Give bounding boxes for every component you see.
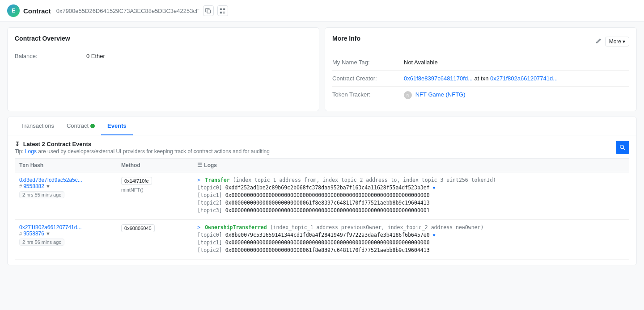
tab-transactions[interactable]: Transactions xyxy=(15,117,60,135)
more-info-actions: More ▾ xyxy=(595,37,629,46)
col-txn-hash: Txn Hash xyxy=(15,159,117,172)
qr-code-button[interactable] xyxy=(217,5,228,16)
events-tab-content: ↧ Latest 2 Contract Events Tip: Logs are… xyxy=(8,135,636,265)
creator-value: 0x61f8e8397c6481170fd... at txn 0x271f80… xyxy=(404,75,558,82)
name-tag-row: My Name Tag: Not Available xyxy=(332,54,629,71)
log-event-line: > OwnershipTransferred (index_topic_1 ad… xyxy=(197,224,625,230)
method-hex-badge: 0x14f710fe xyxy=(121,177,152,185)
col-logs: ☰ Logs xyxy=(193,159,629,172)
balance-value: 0 Ether xyxy=(86,53,105,59)
method-cell-0: 0x14f710femintNFT() xyxy=(117,172,193,220)
logs-list-icon: ☰ xyxy=(197,162,202,168)
svg-rect-5 xyxy=(225,12,225,13)
search-button[interactable] xyxy=(616,141,629,154)
table-row: 0x271f802a661207741d... # 9558876 ▼ 2 hr… xyxy=(15,220,629,260)
edit-button[interactable] xyxy=(595,38,602,46)
method-hex-badge: 0x60806040 xyxy=(121,224,155,232)
log-topic-line: [topic3] 0x00000000000000000000000000000… xyxy=(197,207,625,214)
block-link[interactable]: 9558882 xyxy=(23,183,44,189)
timestamp: 2 hrs 56 mins ago xyxy=(19,239,64,246)
creator-label: Contract Creator: xyxy=(332,75,404,82)
token-tracker-value: N NFT-Game (NFTG) xyxy=(404,91,466,99)
events-header: ↧ Latest 2 Contract Events Tip: Logs are… xyxy=(15,141,629,155)
log-topic-line: [topic1] 0x00000000000000000000000000000… xyxy=(197,192,625,198)
method-name: mintNFT() xyxy=(121,187,144,193)
svg-point-8 xyxy=(620,145,624,149)
contract-overview-title: Contract Overview xyxy=(15,35,312,42)
contract-label: Contract xyxy=(23,7,51,15)
tabs-section: Transactions Contract Events ↧ Latest 2 … xyxy=(7,117,637,265)
log-topic-line: [topic1] 0x00000000000000000000000000000… xyxy=(197,239,625,246)
svg-rect-1 xyxy=(220,8,222,10)
logs-link[interactable]: Logs xyxy=(25,148,37,155)
log-event-params: (index_topic_1 address previousOwner, in… xyxy=(270,224,484,230)
svg-rect-3 xyxy=(220,12,222,13)
svg-rect-6 xyxy=(223,13,224,13)
filter-icon[interactable]: ▼ xyxy=(433,185,436,190)
log-event-line: > Transfer (index_topic_1 address from, … xyxy=(197,177,625,183)
log-topic-line: [topic0] 0x8be0079c531659141344cd1fd0a4f… xyxy=(197,232,625,238)
search-icon xyxy=(619,144,626,151)
tab-events[interactable]: Events xyxy=(101,117,133,135)
block-link[interactable]: 9558876 xyxy=(23,230,44,237)
name-tag-value: Not Available xyxy=(404,59,438,66)
events-table: Txn Hash Method ☰ Logs 0xf3ed73e7fcd9ac5… xyxy=(15,158,629,260)
events-title-text: Latest 2 Contract Events xyxy=(23,141,91,147)
sort-icon: ↧ xyxy=(15,141,20,147)
log-expand-arrow[interactable]: > xyxy=(197,224,200,230)
txn-hash-cell-1: 0x271f802a661207741d... # 9558876 ▼ 2 hr… xyxy=(15,220,117,260)
token-tracker-icon: N xyxy=(404,91,412,99)
logs-cell-1: > OwnershipTransferred (index_topic_1 ad… xyxy=(193,220,629,260)
svg-rect-4 xyxy=(223,12,224,13)
at-txn-label: at txn xyxy=(475,75,489,82)
events-table-body: 0xf3ed73e7fcd9ac52a5c... # 9558882 ▼ 2 h… xyxy=(15,172,629,260)
main-content: Contract Overview Balance: 0 Ether More … xyxy=(0,22,644,271)
creator-row: Contract Creator: 0x61f8e8397c6481170fd.… xyxy=(332,71,629,87)
log-topic-line: [topic2] 0x00000000000000000000000061f8e… xyxy=(197,200,625,206)
svg-rect-2 xyxy=(223,8,225,10)
name-tag-label: My Name Tag: xyxy=(332,59,404,66)
topic-value: 0x00000000000000000000000000000000000000… xyxy=(225,207,430,214)
balance-row: Balance: 0 Ether xyxy=(15,48,312,64)
topic-value: 0x00000000000000000000000061f8e8397c6481… xyxy=(225,200,430,206)
method-cell-1: 0x60806040 xyxy=(117,220,193,260)
log-event-params: (index_topic_1 address from, index_topic… xyxy=(233,177,496,183)
topic-value: 0x00000000000000000000000061f8e8397c6481… xyxy=(225,247,430,253)
log-topic-line: [topic0] 0xddf252ad1be2c89b69c2b068fc378… xyxy=(197,184,625,191)
more-button[interactable]: More ▾ xyxy=(605,37,629,46)
topic-value: 0x00000000000000000000000000000000000000… xyxy=(225,192,430,198)
topic-value: 0x8be0079c531659141344cd1fd0a4f28419497f… xyxy=(225,232,430,238)
log-event-name: OwnershipTransferred xyxy=(205,224,267,230)
filter-icon[interactable]: ▼ xyxy=(433,233,436,238)
svg-rect-0 xyxy=(207,10,210,13)
txn-hash-cell-0: 0xf3ed73e7fcd9ac52a5c... # 9558882 ▼ 2 h… xyxy=(15,172,117,220)
contract-overview-card: Contract Overview Balance: 0 Ether xyxy=(7,27,319,111)
topic-value: 0x00000000000000000000000000000000000000… xyxy=(225,239,430,246)
more-info-header: More Info More ▾ xyxy=(332,35,629,48)
token-tracker-link[interactable]: NFT-Game (NFTG) xyxy=(415,91,466,98)
events-header-left: ↧ Latest 2 Contract Events Tip: Logs are… xyxy=(15,141,270,155)
site-logo: E xyxy=(7,4,20,17)
table-row: 0xf3ed73e7fcd9ac52a5c... # 9558882 ▼ 2 h… xyxy=(15,172,629,220)
timestamp: 2 hrs 55 mins ago xyxy=(19,191,64,198)
txn-hash-link[interactable]: 0xf3ed73e7fcd9ac52a5c... xyxy=(19,177,112,183)
creator-address-link[interactable]: 0x61f8e8397c6481170fd... xyxy=(404,75,473,82)
log-event-name: Transfer xyxy=(205,177,229,183)
token-tracker-label: Token Tracker: xyxy=(332,91,404,98)
more-info-card: More Info More ▾ My Name Tag: Not Availa… xyxy=(325,27,637,111)
tabs-header: Transactions Contract Events xyxy=(8,117,636,135)
txn-hash-link[interactable]: 0x271f802a661207741d... xyxy=(19,224,112,230)
log-expand-arrow[interactable]: > xyxy=(197,177,200,183)
copy-address-button[interactable] xyxy=(203,5,214,16)
balance-label: Balance: xyxy=(15,53,86,59)
more-info-title: More Info xyxy=(332,35,360,42)
creator-txn-link[interactable]: 0x271f802a661207741d... xyxy=(490,75,558,82)
top-bar: E Contract 0x7900e55D26D641529C73A3EC88e… xyxy=(0,0,644,22)
svg-rect-7 xyxy=(225,13,225,13)
tab-contract[interactable]: Contract xyxy=(60,117,101,135)
events-tip: Tip: Logs are used by developers/externa… xyxy=(15,148,270,155)
col-method: Method xyxy=(117,159,193,172)
overview-cards: Contract Overview Balance: 0 Ether More … xyxy=(7,27,637,111)
log-topic-line: [topic2] 0x00000000000000000000000061f8e… xyxy=(197,247,625,253)
table-header: Txn Hash Method ☰ Logs xyxy=(15,159,629,172)
